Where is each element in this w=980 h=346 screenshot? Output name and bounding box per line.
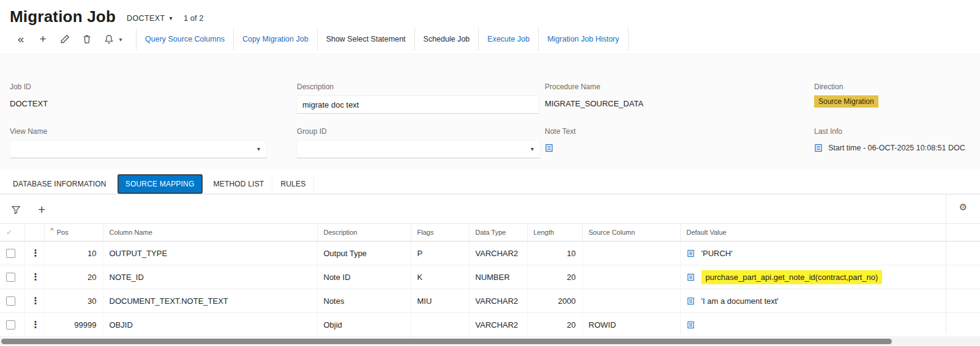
bell-icon (104, 34, 114, 44)
delete-record-button[interactable] (76, 29, 98, 50)
cell-length: 10 (527, 241, 582, 265)
collapse-button[interactable]: « (10, 29, 32, 50)
tab-method-list[interactable]: METHOD LIST (206, 174, 272, 194)
table-row[interactable]: ⋮ 30 DOCUMENT_TEXT.NOTE_TEXT Notes MIU V… (0, 289, 980, 313)
show-select-statement-button[interactable]: Show Select Statement (317, 28, 414, 50)
chevron-down-icon: ▾ (531, 146, 534, 152)
field-note-text: Note Text (545, 127, 814, 158)
cell-data-type: VARCHAR2 (469, 313, 527, 337)
chevron-down-icon: ▾ (170, 15, 173, 21)
select-all-header[interactable]: ✓ (0, 224, 24, 241)
source-mapping-table: ✓ ^Pos Column Name Description Flags Dat… (0, 223, 980, 337)
note-icon[interactable] (687, 273, 695, 281)
row-checkbox[interactable] (6, 249, 15, 258)
cell-pos: 10 (44, 241, 103, 265)
horizontal-scrollbar-thumb[interactable] (1, 339, 892, 344)
column-header-default-value[interactable]: Default Value (680, 224, 980, 241)
cell-data-type: VARCHAR2 (469, 289, 527, 313)
table-row[interactable]: ⋮ 20 NOTE_ID Note ID K NUMBER 20 purchas… (0, 265, 980, 289)
column-header-flags[interactable]: Flags (411, 224, 469, 241)
row-checkbox[interactable] (6, 320, 15, 329)
table-row[interactable]: ⋮ 10 OUTPUT_TYPE Output Type P VARCHAR2 … (0, 241, 980, 265)
execute-job-button[interactable]: Execute Job (478, 28, 538, 50)
copy-migration-job-button[interactable]: Copy Migration Job (233, 28, 317, 50)
plus-icon: + (38, 203, 45, 216)
row-checkbox[interactable] (6, 296, 15, 306)
column-header-pos[interactable]: ^Pos (44, 224, 103, 241)
gear-icon[interactable]: ⚙ (959, 202, 967, 212)
tab-database-information[interactable]: DATABASE INFORMATION (5, 174, 114, 194)
group-id-select[interactable]: ▾ (297, 140, 540, 158)
procedure-name-label: Procedure Name (545, 83, 814, 91)
migration-job-page: Migration Job DOCTEXT ▾ 1 of 2 « + ▾ Que… (0, 0, 980, 346)
funnel-icon (11, 205, 21, 215)
edit-record-button[interactable] (54, 29, 76, 50)
row-menu-header (24, 224, 44, 241)
horizontal-scrollbar[interactable] (0, 337, 980, 345)
last-info-note-button[interactable] (814, 140, 823, 156)
sort-ascending-icon: ^ (51, 227, 54, 234)
cell-flags: K (411, 265, 469, 289)
record-selector[interactable]: DOCTEXT ▾ (127, 14, 173, 24)
cell-column-name: OBJID (103, 313, 317, 337)
migration-job-history-button[interactable]: Migration Job History (538, 28, 628, 50)
tab-strip: DATABASE INFORMATION SOURCE MAPPING METH… (0, 169, 980, 194)
filter-button[interactable] (11, 205, 21, 215)
column-header-column-name[interactable]: Column Name (103, 224, 317, 241)
row-checkbox[interactable] (6, 273, 15, 282)
cell-description: Objid (317, 313, 411, 337)
table-row[interactable]: ⋮ 99999 OBJID Objid VARCHAR2 20 ROWID (0, 313, 980, 337)
note-icon[interactable] (687, 321, 695, 329)
description-input[interactable]: migrate doc text (297, 95, 539, 114)
note-icon[interactable] (687, 297, 695, 305)
note-text-button[interactable] (545, 140, 553, 156)
note-icon (814, 144, 823, 152)
plus-icon: + (39, 32, 46, 46)
grid-toolbar: + (0, 194, 980, 223)
direction-label: Direction (814, 83, 970, 91)
check-icon: ✓ (6, 228, 12, 237)
note-icon[interactable] (687, 249, 695, 257)
kebab-menu-icon[interactable]: ⋮ (31, 248, 38, 259)
add-row-button[interactable]: + (38, 203, 45, 216)
cell-pos: 20 (44, 265, 103, 289)
chevron-down-icon: ▾ (119, 36, 122, 43)
column-header-length[interactable]: Length (527, 224, 582, 241)
kebab-menu-icon[interactable]: ⋮ (31, 295, 38, 306)
tab-source-mapping[interactable]: SOURCE MAPPING (118, 174, 203, 194)
schedule-job-button[interactable]: Schedule Job (414, 28, 479, 50)
cell-flags (411, 313, 469, 337)
kebab-menu-icon[interactable]: ⋮ (31, 271, 38, 282)
field-view-name: View Name ▾ (10, 127, 297, 158)
job-id-value: DOCTEXT (10, 95, 297, 111)
trash-icon (82, 34, 92, 44)
column-header-data-type[interactable]: Data Type (469, 224, 527, 241)
record-pager: 1 of 2 (184, 13, 204, 24)
cell-description: Output Type (317, 241, 411, 265)
procedure-name-value: MIGRATE_SOURCE_DATA (545, 95, 814, 111)
note-icon (545, 144, 553, 152)
cell-column-name: NOTE_ID (103, 265, 317, 289)
action-button-group: Query Source Columns Copy Migration Job … (136, 28, 629, 50)
field-last-info: Last Info Start time - 06-OCT-2025 10:08… (814, 127, 970, 158)
query-source-columns-button[interactable]: Query Source Columns (136, 28, 233, 50)
table-header-row: ✓ ^Pos Column Name Description Flags Dat… (0, 224, 980, 241)
add-record-button[interactable]: + (32, 29, 54, 50)
notifications-expander[interactable]: ▾ (115, 36, 126, 43)
view-name-select[interactable]: ▾ (10, 140, 267, 158)
direction-badge: Source Migration (814, 95, 878, 108)
cell-flags: MIU (411, 289, 469, 313)
last-info-value: Start time - 06-OCT-2025 10:08:51 DOC (828, 144, 965, 152)
cell-default-value: 'I am a document text' (701, 296, 779, 306)
cell-pos: 99999 (44, 313, 103, 337)
field-group-id: Group ID ▾ (297, 127, 545, 158)
cell-source-column (582, 289, 680, 313)
command-toolbar: « + ▾ Query Source Columns Copy Migratio… (0, 24, 980, 51)
cell-source-column (582, 265, 680, 289)
column-header-source-column[interactable]: Source Column (582, 224, 680, 241)
field-job-id: Job ID DOCTEXT (10, 83, 297, 114)
column-header-description[interactable]: Description (317, 224, 411, 241)
tab-rules[interactable]: RULES (272, 174, 314, 194)
cell-source-column: ROWID (582, 313, 680, 337)
kebab-menu-icon[interactable]: ⋮ (31, 319, 38, 330)
